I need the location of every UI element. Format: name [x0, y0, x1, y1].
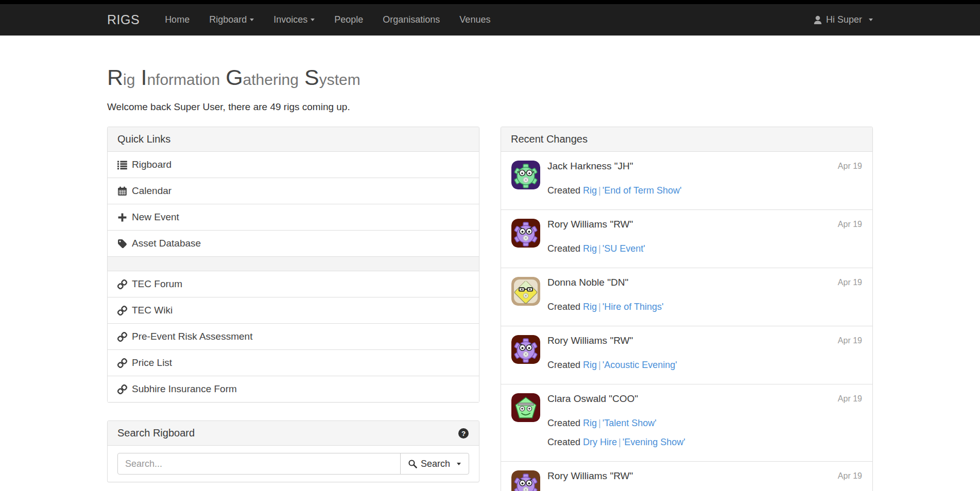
quick-links-panel: Quick Links Rigboard [107, 127, 479, 402]
window-top-edge [0, 0, 980, 4]
link-icon [117, 306, 127, 315]
nav-item-organisations[interactable]: Organisations [373, 4, 450, 36]
quick-links-header: Quick Links [108, 127, 479, 152]
search-rigboard-header: Search Rigboard ? [108, 421, 479, 446]
recent-change-item: Rory Williams "RW" Apr 19 Created Rig|'S… [501, 209, 872, 268]
person-name: Rory Williams "RW" [547, 219, 633, 230]
avatar-monster-gear-purple [511, 470, 540, 491]
recent-change-item: Rory Williams "RW" Apr 19 [501, 461, 872, 491]
recent-changes-header: Recent Changes [501, 127, 872, 152]
quick-link-tec-wiki[interactable]: TEC Wiki [108, 297, 479, 323]
link-icon [117, 358, 127, 368]
activity-type-link[interactable]: Rig [583, 243, 597, 254]
quick-links-title: Quick Links [117, 133, 170, 145]
recent-changes-title: Recent Changes [511, 133, 588, 145]
caret-down-icon [869, 19, 873, 21]
quick-link-calendar[interactable]: Calendar [108, 178, 479, 204]
activity-target-link[interactable]: 'End of Term Show' [603, 185, 682, 196]
quick-link-asset-database[interactable]: Asset Database [108, 230, 479, 256]
change-activity: Created Rig|'Hire of Things' [547, 302, 862, 312]
activity-target-link[interactable]: 'SU Event' [603, 243, 645, 254]
avatar-monster-gear-green [511, 161, 540, 189]
activity-target-link[interactable]: 'Acoustic Evening' [603, 360, 677, 370]
change-date: Apr 19 [838, 394, 862, 404]
activity-target-link[interactable]: 'Talent Show' [603, 418, 657, 428]
page-title: RigInformationGatheringSystem [107, 64, 873, 93]
person-name: Donna Noble "DN" [547, 277, 628, 288]
search-icon [408, 460, 417, 468]
question-circle-icon[interactable]: ? [458, 428, 469, 439]
activity-type-link[interactable]: Rig [583, 185, 597, 196]
quick-link-subhire-insurance-form[interactable]: Subhire Insurance Form [108, 376, 479, 402]
change-date: Apr 19 [838, 278, 862, 287]
avatar-monster-pentagon-green [511, 393, 540, 422]
change-date: Apr 19 [838, 336, 862, 345]
link-icon [117, 279, 127, 289]
plus-icon [117, 213, 127, 222]
brand-logo[interactable]: RIGS [107, 12, 140, 27]
activity-target-link[interactable]: 'Evening Show' [623, 437, 685, 447]
search-rigboard-panel: Search Rigboard ? Se [107, 420, 479, 482]
quick-links-list: Rigboard [108, 152, 479, 402]
change-activity: Created Rig|'SU Event' [547, 243, 862, 254]
svg-text:?: ? [461, 429, 466, 437]
change-date: Apr 19 [838, 220, 862, 229]
change-activity: Created Dry Hire|'Evening Show' [547, 437, 862, 448]
caret-down-icon [311, 19, 315, 21]
quick-link-rigboard[interactable]: Rigboard [108, 152, 479, 178]
change-activity: Created Rig|'Acoustic Evening' [547, 360, 862, 371]
calendar-icon [117, 186, 127, 196]
quick-link-pre-event-risk-assessment[interactable]: Pre-Event Risk Assessment [108, 323, 479, 349]
nav-item-home[interactable]: Home [155, 4, 199, 36]
activity-type-link[interactable]: Rig [583, 360, 597, 370]
link-icon [117, 384, 127, 394]
quick-link-new-event[interactable]: New Event [108, 204, 479, 230]
avatar-monster-diamond-yellow [511, 277, 540, 306]
caret-down-icon [457, 463, 461, 465]
recent-change-item: Jack Harkness "JH" Apr 19 Created Rig|'E… [501, 152, 872, 209]
change-date: Apr 19 [838, 162, 862, 171]
recent-change-item: Rory Williams "RW" Apr 19 Created Rig|'A… [501, 326, 872, 384]
recent-changes-feed: Jack Harkness "JH" Apr 19 Created Rig|'E… [501, 152, 872, 491]
list-icon [117, 160, 127, 170]
change-date: Apr 19 [838, 471, 862, 481]
nav-item-rigboard[interactable]: Rigboard [199, 4, 264, 36]
quick-link-price-list[interactable]: Price List [108, 349, 479, 376]
person-name: Rory Williams "RW" [547, 335, 633, 346]
avatar-monster-gear-purple [511, 335, 540, 364]
activity-type-link[interactable]: Dry Hire [583, 437, 617, 447]
quick-links-separator [108, 256, 479, 271]
activity-type-link[interactable]: Rig [583, 302, 597, 312]
change-activity: Created Rig|'End of Term Show' [547, 185, 862, 196]
nav-links: Home Rigboard Invoices People Organisati… [155, 4, 500, 36]
person-name: Clara Oswald "COO" [547, 393, 638, 405]
search-rigboard-title: Search Rigboard [117, 427, 195, 439]
recent-change-item: Donna Noble "DN" Apr 19 Created Rig|'Hir… [501, 268, 872, 326]
user-icon [813, 15, 822, 25]
user-greeting: Hi Super [826, 14, 862, 25]
change-activity: Created Rig|'Talent Show' [547, 418, 862, 429]
quick-link-tec-forum[interactable]: TEC Forum [108, 271, 479, 297]
user-menu-toggle[interactable]: Hi Super [813, 14, 873, 25]
nav-item-people[interactable]: People [324, 4, 373, 36]
tag-icon [117, 239, 127, 249]
activity-target-link[interactable]: 'Hire of Things' [603, 302, 664, 312]
navbar: RIGS Home Rigboard Invoices People Organ… [0, 4, 980, 36]
person-name: Jack Harkness "JH" [547, 161, 633, 172]
avatar-monster-gear-purple [511, 219, 540, 248]
activity-type-link[interactable]: Rig [583, 418, 597, 428]
link-icon [117, 332, 127, 342]
recent-change-item: Clara Oswald "COO" Apr 19 Created Rig|'T… [501, 384, 872, 461]
welcome-text: Welcome back Super User, there are 49 ri… [107, 101, 873, 113]
search-input[interactable] [117, 453, 401, 475]
caret-down-icon [250, 19, 254, 21]
nav-item-venues[interactable]: Venues [450, 4, 500, 36]
search-button[interactable]: Search [400, 453, 469, 475]
nav-item-invoices[interactable]: Invoices [264, 4, 324, 36]
recent-changes-panel: Recent Changes [501, 127, 873, 491]
person-name: Rory Williams "RW" [547, 470, 633, 482]
